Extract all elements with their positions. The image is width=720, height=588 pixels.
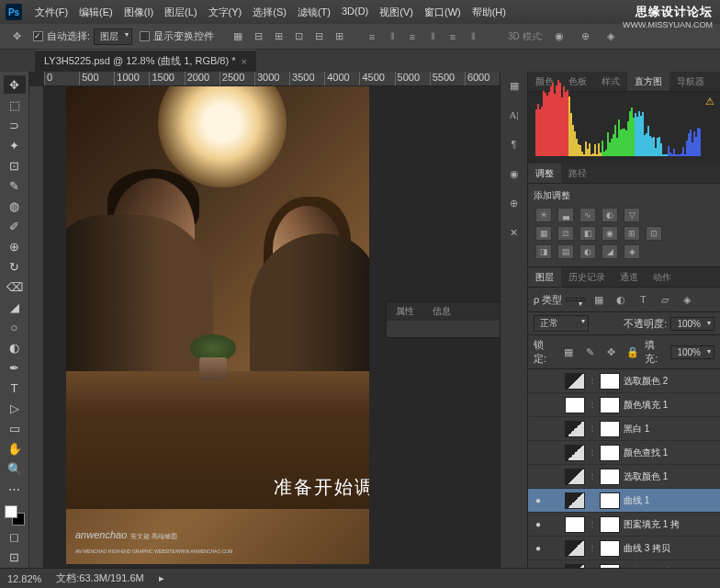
filter-adjust-icon[interactable]: ◐ [612, 291, 630, 308]
layer-name[interactable]: 黑白 1 [624, 423, 716, 435]
layer-name[interactable]: 曲线 1 [624, 494, 716, 507]
layer-thumbnail[interactable] [565, 421, 585, 437]
menu-item[interactable]: 帮助(H) [467, 6, 512, 19]
panel-icon[interactable]: ✕ [505, 224, 523, 241]
mask-thumbnail[interactable] [600, 492, 620, 509]
visibility-toggle[interactable]: ● [532, 494, 545, 507]
visibility-toggle[interactable]: ● [532, 566, 545, 569]
layer-row[interactable]: ⋮选取颜色 2 [528, 369, 720, 393]
hand-tool[interactable]: ✋ [4, 439, 26, 458]
layer-name[interactable]: 选取颜色 1 [624, 470, 716, 483]
panel-tab[interactable]: 历史记录 [561, 267, 613, 287]
panel-tab[interactable]: 调整 [528, 164, 561, 183]
photo-filter-icon[interactable]: ◉ [602, 226, 618, 241]
properties-panel[interactable]: 属性 信息 ▸▸ ≡ [386, 301, 500, 338]
path-tool[interactable]: ▷ [4, 399, 26, 417]
selective-icon[interactable]: ◈ [624, 244, 640, 259]
mask-thumbnail[interactable] [600, 373, 620, 390]
panel-tab[interactable]: 导航器 [669, 72, 712, 91]
3d-icon[interactable]: ◉ [550, 28, 568, 45]
menu-item[interactable]: 视图(V) [374, 6, 419, 19]
vibrance-icon[interactable]: ▽ [624, 208, 640, 222]
filter-pixel-icon[interactable]: ▦ [590, 291, 608, 308]
exposure-icon[interactable]: ◐ [602, 208, 618, 222]
layer-row[interactable]: ●⋮曲线 3 拷贝 [528, 537, 720, 560]
menu-item[interactable]: 滤镜(T) [292, 6, 336, 19]
crop-tool[interactable]: ⊡ [4, 156, 26, 175]
layer-row[interactable]: ⋮选取颜色 1 [528, 465, 720, 489]
filter-shape-icon[interactable]: ▱ [656, 291, 674, 308]
curves-icon[interactable]: ∿ [579, 208, 596, 222]
shape-tool[interactable]: ▭ [4, 419, 26, 437]
wand-tool[interactable]: ✦ [4, 136, 26, 154]
threshold-icon[interactable]: ◐ [579, 244, 596, 259]
gradient-map-icon[interactable]: ◢ [602, 244, 618, 259]
info-tab[interactable]: 信息 [423, 302, 460, 321]
filter-type-icon[interactable]: T [634, 291, 652, 308]
lock-trans-icon[interactable]: ▦ [559, 344, 577, 360]
layer-thumbnail[interactable] [565, 445, 585, 461]
properties-tab[interactable]: 属性 [387, 302, 423, 321]
levels-icon[interactable]: ▃ [557, 208, 574, 222]
menu-item[interactable]: 编辑(E) [73, 6, 118, 19]
hue-icon[interactable]: ▦ [535, 226, 552, 241]
layer-row[interactable]: ⋮黑白 1 [528, 417, 720, 441]
lock-pos-icon[interactable]: ✥ [602, 344, 620, 360]
3d-icon[interactable]: ⊕ [576, 28, 594, 45]
heal-tool[interactable]: ◍ [4, 197, 26, 215]
fill-input[interactable]: 100% [670, 345, 714, 359]
canvas-area[interactable]: 0500100015002000250030003500400045005000… [29, 72, 500, 568]
layer-name[interactable]: 选取颜色 2 [624, 375, 716, 388]
opacity-input[interactable]: 100% [670, 317, 714, 331]
dodge-tool[interactable]: ◐ [4, 338, 26, 356]
distribute-icon[interactable]: ⫴ [423, 28, 442, 45]
layer-row[interactable]: ⋮颜色填充 1 [528, 393, 720, 417]
menu-item[interactable]: 图层(L) [159, 6, 202, 19]
eyedropper-tool[interactable]: ✎ [4, 176, 26, 195]
brush-tool[interactable]: ✐ [4, 217, 26, 235]
mask-thumbnail[interactable] [600, 397, 620, 413]
layer-row[interactable]: ●⋮图案填充 1 拷 [528, 513, 720, 537]
kind-dropdown[interactable] [566, 298, 586, 301]
layer-thumbnail[interactable] [565, 564, 585, 569]
kind-filter[interactable]: ρ 类型 [534, 293, 562, 307]
mask-thumbnail[interactable] [600, 516, 620, 533]
bw-icon[interactable]: ◧ [579, 226, 596, 241]
mixer-icon[interactable]: ⊞ [624, 226, 640, 241]
layer-name[interactable]: 色相/饱和度 1 [624, 566, 716, 569]
history-brush-tool[interactable]: ↻ [4, 257, 26, 276]
layer-row[interactable]: ⋮颜色查找 1 [528, 441, 720, 465]
panel-icon[interactable]: ◉ [505, 165, 523, 182]
mask-thumbnail[interactable] [600, 540, 620, 557]
zoom-tool[interactable]: 🔍 [4, 459, 26, 478]
layer-name[interactable]: 曲线 3 拷贝 [624, 542, 716, 555]
doc-size[interactable]: 文档:63.3M/191.6M [56, 571, 143, 585]
align-icon[interactable]: ⊞ [269, 28, 287, 45]
blend-mode-dropdown[interactable]: 正常 [534, 315, 589, 332]
distribute-icon[interactable]: ⫴ [464, 28, 482, 45]
visibility-toggle[interactable] [532, 423, 545, 435]
char-panel-icon[interactable]: A| [505, 107, 523, 123]
visibility-toggle[interactable]: ● [532, 542, 545, 555]
layer-thumbnail[interactable] [565, 516, 585, 533]
filter-smart-icon[interactable]: ◈ [678, 291, 696, 308]
panel-tab[interactable]: 直方图 [627, 72, 669, 91]
panel-icon[interactable]: ⊕ [505, 195, 523, 211]
layer-thumbnail[interactable] [565, 397, 585, 413]
panel-tab[interactable]: 路径 [561, 164, 594, 183]
color-swatches[interactable] [5, 505, 25, 526]
layer-thumbnail[interactable] [565, 492, 585, 509]
layer-name[interactable]: 颜色填充 1 [624, 399, 716, 412]
document-tab[interactable]: LY3H5225.psd @ 12.8% (曲线 1, RGB/8) * × [35, 50, 256, 72]
lock-all-icon[interactable]: 🔒 [624, 344, 641, 360]
type-tool[interactable]: T [4, 379, 26, 397]
mask-thumbnail[interactable] [600, 421, 620, 437]
align-icon[interactable]: ⊟ [249, 28, 267, 45]
mask-thumbnail[interactable] [600, 445, 620, 461]
auto-select-target[interactable]: 图层 [94, 28, 132, 45]
status-arrow-icon[interactable]: ▸ [159, 572, 164, 584]
panel-tab[interactable]: 通道 [613, 267, 646, 287]
pen-tool[interactable]: ✒ [4, 358, 26, 377]
menu-item[interactable]: 选择(S) [247, 6, 292, 19]
align-icon[interactable]: ⊡ [289, 28, 308, 45]
